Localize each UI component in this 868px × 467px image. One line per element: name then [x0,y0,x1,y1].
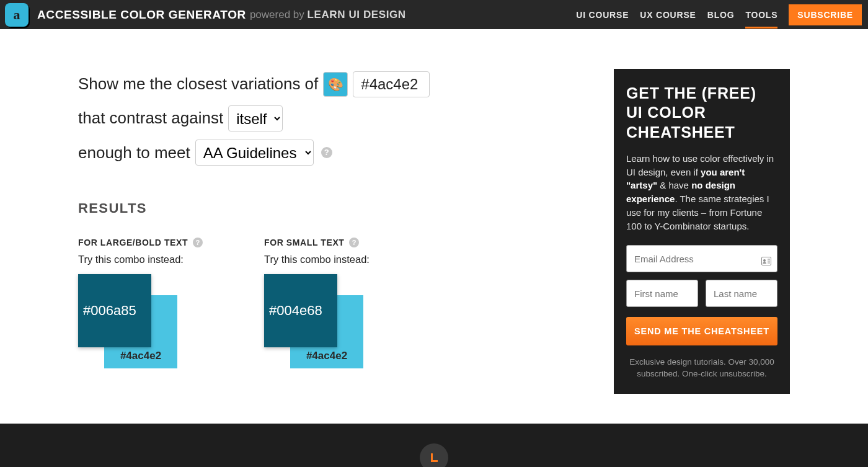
svg-point-1 [763,259,766,262]
footer-logo-icon [420,443,448,467]
email-input[interactable] [626,245,777,272]
sentence-line-1: Show me the closest variations of 🎨 [78,69,577,99]
results-heading: RESULTS [78,200,577,216]
help-icon[interactable]: ? [193,238,203,247]
swatch-front: #006a85 [78,274,151,347]
top-nav: UI COURSE UX COURSE BLOG TOOLS SUBSCRIBE [576,2,862,28]
contact-card-icon [761,257,771,268]
result-large-text: FOR LARGE/BOLD TEXT ? Try this combo ins… [78,238,215,373]
help-icon[interactable]: ? [321,147,332,158]
app-header: a ACCESSIBLE COLOR GENERATOR powered by … [0,0,868,29]
sentence-line-3: enough to meet AA Guidelines ? [78,138,577,168]
color-hex-input[interactable] [353,71,430,97]
color-picker-button[interactable]: 🎨 [323,72,348,97]
send-cheatsheet-button[interactable]: SEND ME THE CHEATSHEET [626,317,777,345]
swatch-front: #004e68 [264,274,337,347]
main-content: Show me the closest variations of 🎨 that… [78,29,790,424]
nav-blog[interactable]: BLOG [707,2,735,28]
promo-body: Learn how to use color effectively in UI… [626,152,777,233]
promo-title: GET THE (FREE) UI COLOR CHEATSHEET [626,84,777,142]
first-name-input[interactable] [626,280,698,307]
swatch-pair-small: #4ac4e2 #004e68 [264,274,401,373]
result-small-label: FOR SMALL TEXT ? [264,238,401,247]
footer [0,424,868,467]
promo-box: GET THE (FREE) UI COLOR CHEATSHEET Learn… [614,69,790,394]
swatch-pair-large: #4ac4e2 #006a85 [78,274,215,373]
promo-footnote: Exclusive design tutorials. Over 30,000 … [626,357,777,380]
nav-ui-course[interactable]: UI COURSE [576,2,629,28]
app-title: ACCESSIBLE COLOR GENERATOR [37,8,246,22]
palette-icon: 🎨 [328,77,343,92]
email-input-wrap [626,245,777,280]
guideline-select[interactable]: AA Guidelines [195,140,314,166]
promo-column: GET THE (FREE) UI COLOR CHEATSHEET Learn… [614,69,790,424]
nav-ux-course[interactable]: UX COURSE [640,2,696,28]
subscribe-button[interactable]: SUBSCRIBE [789,4,862,25]
try-combo-text: Try this combo instead: [264,254,401,265]
result-small-text: FOR SMALL TEXT ? Try this combo instead:… [264,238,401,373]
svg-rect-6 [431,460,438,462]
help-icon[interactable]: ? [349,238,359,247]
sentence-line-2: that contrast against itself [78,103,577,133]
contrast-target-select[interactable]: itself [228,105,283,131]
results-row: FOR LARGE/BOLD TEXT ? Try this combo ins… [78,238,577,373]
generator-column: Show me the closest variations of 🎨 that… [78,69,577,424]
last-name-input[interactable] [706,280,777,307]
try-combo-text: Try this combo instead: [78,254,215,265]
logo-icon[interactable]: a [5,3,29,27]
logo-letter: a [14,7,20,23]
nav-tools[interactable]: TOOLS [745,2,777,28]
result-large-label: FOR LARGE/BOLD TEXT ? [78,238,215,247]
powered-by: powered by LEARN UI DESIGN [250,9,406,21]
